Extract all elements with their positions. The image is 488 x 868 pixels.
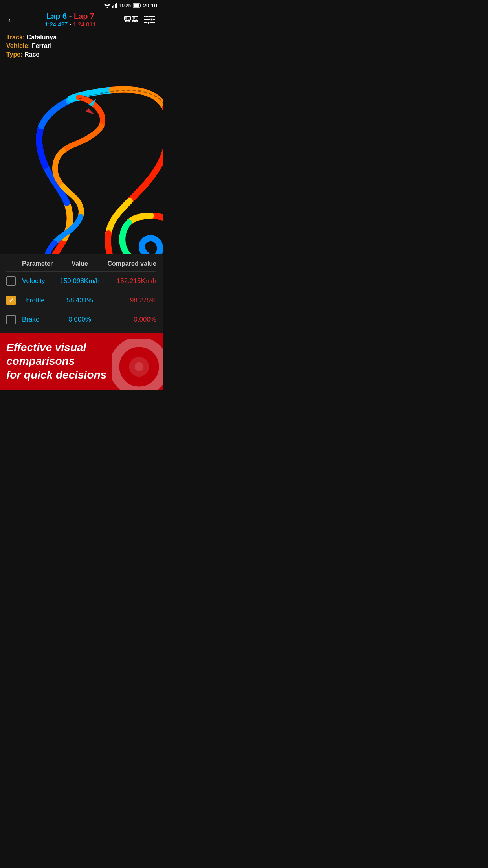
compared-header: Compared value: [105, 260, 156, 267]
value-header: Value: [54, 260, 105, 267]
banner-line1: Effective visual comparisons: [6, 341, 86, 367]
parameter-table: Parameter Value Compared value Velocity …: [0, 254, 163, 333]
velocity-param: Velocity: [22, 277, 54, 285]
promotional-banner: Effective visual comparisons for quick d…: [0, 333, 163, 390]
brake-checkbox[interactable]: [6, 315, 16, 324]
back-button[interactable]: ←: [6, 14, 17, 26]
lap7-label: Lap 7: [74, 12, 94, 20]
lap6-label: Lap 6: [46, 12, 67, 20]
svg-rect-2: [114, 5, 115, 8]
banner-text: Effective visual comparisons for quick d…: [6, 340, 156, 382]
table-row: Brake 0.000% 0.000%: [6, 310, 156, 329]
throttle-value: 58.431%: [54, 296, 105, 304]
vehicle-name-line: Vehicle: Ferrari: [6, 42, 156, 50]
sliders-icon: [143, 14, 156, 25]
banner-line2: for quick decisions: [6, 369, 106, 381]
battery-icon: [133, 3, 141, 8]
throttle-checkbox[interactable]: [6, 296, 16, 305]
svg-point-0: [107, 7, 108, 8]
time-separator: -: [70, 21, 73, 28]
parameter-header: Parameter: [22, 260, 54, 267]
svg-rect-3: [115, 4, 116, 8]
svg-rect-7: [134, 4, 139, 7]
svg-rect-6: [141, 5, 141, 6]
header-title: Lap 6 - Lap 7 1:24.427 - 1:24.011: [17, 12, 124, 28]
throttle-param: Throttle: [22, 296, 54, 304]
track-map[interactable]: [0, 61, 163, 254]
lap6-time: 1:24.427: [45, 21, 68, 28]
table-row: Throttle 58.431% 98.275%: [6, 291, 156, 310]
track-svg: [0, 61, 163, 254]
brake-check-col: [6, 315, 22, 324]
brake-value: 0.000%: [54, 316, 105, 324]
header: ← Lap 6 - Lap 7 1:24.427 - 1:24.011: [0, 10, 163, 31]
header-icons: [124, 13, 156, 27]
svg-rect-9: [125, 17, 127, 19]
status-bar: 100% 20:10: [0, 0, 163, 10]
svg-rect-4: [116, 3, 117, 8]
lap7-time: 1:24.011: [73, 21, 96, 28]
settings-button[interactable]: [142, 13, 156, 27]
battery-percent: 100%: [119, 3, 131, 8]
svg-point-21: [147, 22, 150, 24]
track-name-line: Track: Catalunya: [6, 34, 156, 41]
brake-compared: 0.000%: [105, 316, 156, 324]
svg-point-17: [146, 15, 148, 18]
status-icons: 100% 20:10: [104, 2, 157, 9]
car-comparison-icon: [124, 14, 138, 25]
brake-param: Brake: [22, 316, 54, 324]
time-display: 20:10: [143, 2, 157, 9]
title-dash: -: [69, 12, 74, 20]
svg-marker-23: [86, 108, 94, 114]
svg-rect-13: [133, 17, 135, 19]
lap-times: 1:24.427 - 1:24.011: [17, 21, 124, 28]
table-header: Parameter Value Compared value: [6, 258, 156, 272]
velocity-value: 150.098Km/h: [54, 277, 105, 285]
velocity-check-col: [6, 276, 22, 286]
track-info: Track: Catalunya Vehicle: Ferrari Type: …: [0, 31, 163, 61]
table-row: Velocity 150.098Km/h 152.215Km/h: [6, 272, 156, 291]
race-type-line: Type: Race: [6, 51, 156, 58]
velocity-compared: 152.215Km/h: [105, 277, 156, 285]
throttle-check-col: [6, 296, 22, 305]
velocity-checkbox[interactable]: [6, 276, 16, 286]
car-comparison-button[interactable]: [124, 13, 138, 27]
lap-comparison-title: Lap 6 - Lap 7: [17, 12, 124, 21]
svg-rect-1: [112, 6, 113, 8]
wifi-icon: [104, 3, 110, 8]
signal-icon: [112, 3, 117, 8]
svg-point-19: [150, 18, 153, 21]
throttle-compared: 98.275%: [105, 296, 156, 304]
